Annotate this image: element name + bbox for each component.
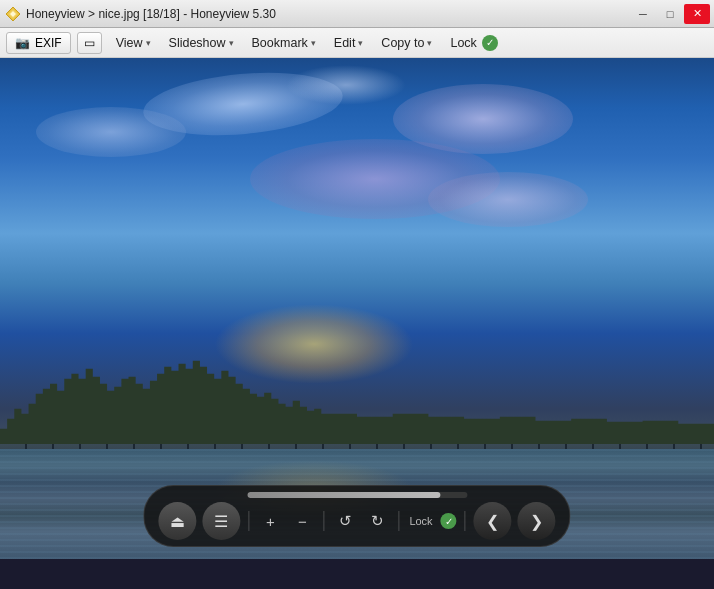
view-icon: ▭ [84, 36, 95, 50]
next-icon: ❯ [530, 512, 543, 531]
eject-button[interactable]: ⏏ [158, 502, 196, 540]
bookmark-menu[interactable]: Bookmark ▾ [244, 33, 324, 53]
minus-icon: − [298, 513, 307, 530]
minimize-button[interactable]: ─ [630, 4, 656, 24]
controls-row: ⏏ ☰ + − ↺ ↻ Lock ✓ [158, 502, 555, 540]
toolbar-separator-4 [465, 511, 466, 531]
rotate-right-button[interactable]: ↻ [364, 508, 390, 534]
toolbar-separator-2 [323, 511, 324, 531]
image-display: ⏏ ☰ + − ↺ ↻ Lock ✓ [0, 58, 714, 559]
plus-icon: + [266, 513, 275, 530]
eject-icon: ⏏ [170, 512, 185, 531]
window-title: Honeyview > nice.jpg [18/18] - Honeyview… [26, 7, 630, 21]
cloud-2 [36, 107, 186, 157]
edit-menu[interactable]: Edit ▾ [326, 33, 372, 53]
edit-arrow-icon: ▾ [358, 38, 363, 48]
lock-menu[interactable]: Lock ✓ [442, 32, 505, 54]
toolbar-separator-3 [398, 511, 399, 531]
slideshow-menu[interactable]: Slideshow ▾ [161, 33, 242, 53]
prev-icon: ❮ [486, 512, 499, 531]
close-button[interactable]: ✕ [684, 4, 710, 24]
bookmark-arrow-icon: ▾ [311, 38, 316, 48]
rotate-left-button[interactable]: ↺ [332, 508, 358, 534]
progress-bar-fill [247, 492, 441, 498]
progress-row [158, 492, 555, 498]
toolbar-separator-1 [248, 511, 249, 531]
view-menu[interactable]: View ▾ [108, 33, 159, 53]
menu-icon: ☰ [214, 512, 228, 531]
cloud-6 [286, 65, 406, 105]
menu-button[interactable]: ☰ [202, 502, 240, 540]
slideshow-arrow-icon: ▾ [229, 38, 234, 48]
view-arrow-icon: ▾ [146, 38, 151, 48]
image-toolbar: ⏏ ☰ + − ↺ ↻ Lock ✓ [143, 485, 570, 547]
copyto-menu[interactable]: Copy to ▾ [373, 33, 440, 53]
maximize-button[interactable]: □ [657, 4, 683, 24]
next-button[interactable]: ❯ [518, 502, 556, 540]
lock-check-button[interactable]: ✓ [441, 513, 457, 529]
lock-text: Lock [409, 515, 432, 527]
prev-button[interactable]: ❮ [474, 502, 512, 540]
app-icon [4, 5, 22, 23]
menu-bar: 📷 EXIF ▭ View ▾ Slideshow ▾ Bookmark ▾ E… [0, 28, 714, 58]
zoom-out-button[interactable]: − [289, 508, 315, 534]
lock-check-icon: ✓ [482, 35, 498, 51]
rotate-right-icon: ↻ [371, 512, 384, 530]
view-toggle-button[interactable]: ▭ [77, 32, 102, 54]
copyto-arrow-icon: ▾ [427, 38, 432, 48]
exif-button[interactable]: 📷 EXIF [6, 32, 71, 54]
rotate-left-icon: ↺ [339, 512, 352, 530]
zoom-in-button[interactable]: + [257, 508, 283, 534]
city-buildings [0, 349, 714, 449]
window-controls: ─ □ ✕ [630, 4, 710, 24]
lock-checkmark-icon: ✓ [445, 516, 453, 527]
cityscape [0, 329, 714, 449]
title-bar: Honeyview > nice.jpg [18/18] - Honeyview… [0, 0, 714, 28]
camera-icon: 📷 [15, 36, 30, 50]
progress-bar-container[interactable] [247, 492, 467, 498]
cloud-5 [428, 172, 588, 227]
